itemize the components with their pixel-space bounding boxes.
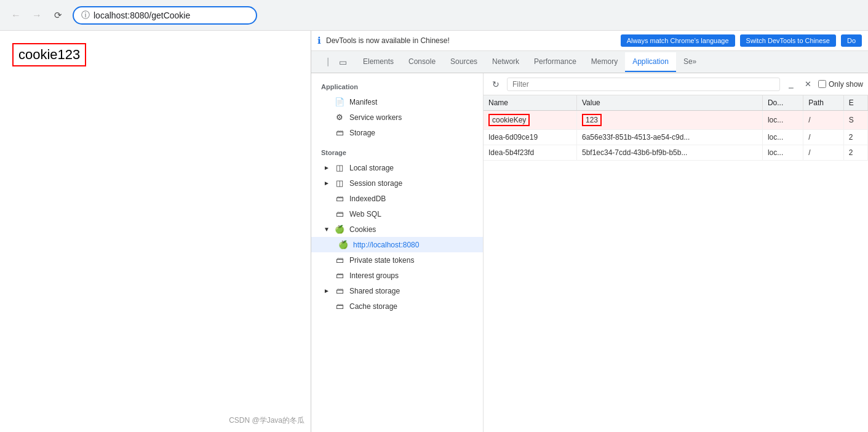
cookie-domain-cell: loc... — [762, 111, 803, 130]
cookie-value-highlighted: 123 — [582, 114, 602, 126]
application-section-title: Application — [311, 79, 483, 94]
sidebar-item-local-storage[interactable]: ► ◫ Local storage — [311, 160, 483, 175]
cookie-value-cell: 123 — [576, 111, 762, 130]
cookie-name-cell: cookieKey — [484, 111, 576, 130]
filter-refresh-button[interactable]: ↻ — [488, 77, 503, 92]
switch-to-chinese-button[interactable]: Switch DevTools to Chinese — [740, 34, 836, 47]
localhost-label: http://localhost:8080 — [353, 241, 419, 249]
storage-app-icon: 🗃 — [335, 128, 344, 137]
page-content: cookie123 CSDN @学Java的冬瓜 — [0, 31, 311, 432]
tab-sources[interactable]: Sources — [443, 52, 485, 72]
sidebar-item-shared-storage[interactable]: ► 🗃 Shared storage — [311, 283, 483, 298]
manifest-icon: 📄 — [335, 97, 344, 106]
sidebar-item-session-storage[interactable]: ► ◫ Session storage — [311, 175, 483, 191]
session-storage-arrow: ► — [324, 180, 330, 186]
col-path: Path — [803, 95, 843, 111]
device-icon-button[interactable]: ▭ — [335, 54, 351, 70]
cookie-expires-cell: 2 — [843, 130, 867, 145]
cookies-arrow: ▼ — [324, 226, 330, 233]
sidebar-item-indexeddb[interactable]: 🗃 IndexedDB — [311, 191, 483, 206]
table-row[interactable]: cookieKey 123 loc... / S — [484, 111, 868, 130]
filter-input[interactable] — [507, 78, 780, 91]
cookie-expires-cell: 2 — [843, 145, 867, 161]
manifest-label: Manifest — [349, 98, 377, 106]
sidebar-item-private-state-tokens[interactable]: 🗃 Private state tokens — [311, 252, 483, 268]
back-button[interactable]: ← — [7, 7, 25, 24]
cookies-label: Cookies — [349, 225, 376, 234]
session-storage-icon: ◫ — [335, 178, 344, 188]
page-area: cookie123 CSDN @学Java的冬瓜 ℹ DevTools is n… — [0, 31, 868, 432]
cache-storage-icon: 🗃 — [335, 302, 344, 311]
cookie-name-cell: Idea-6d09ce19 — [484, 130, 576, 145]
session-storage-label: Session storage — [349, 179, 402, 188]
do-button[interactable]: Do — [841, 34, 862, 47]
filter-options-button[interactable]: ⎯ — [784, 77, 798, 92]
interest-groups-icon: 🗃 — [335, 271, 344, 280]
storage-section-title: Storage — [311, 145, 483, 160]
interest-groups-label: Interest groups — [349, 271, 399, 280]
spacer — [324, 272, 330, 279]
address-bar-container: ⓘ — [73, 6, 257, 25]
devtools-main: ↻ ⎯ ✕ Only show — [484, 73, 868, 432]
tab-network[interactable]: Network — [485, 52, 527, 72]
inspect-icon-button[interactable]: ⎹ — [316, 54, 332, 70]
cookie-text: cookie123 — [12, 43, 86, 66]
table-row[interactable]: Idea-6d09ce19 6a56e33f-851b-4513-ae54-c9… — [484, 130, 868, 145]
sidebar-item-cache-storage[interactable]: 🗃 Cache storage — [311, 298, 483, 314]
devtools-icon-buttons: ⎹ ▭ — [316, 54, 351, 70]
tab-console[interactable]: Console — [401, 52, 443, 72]
col-expires: E — [843, 95, 867, 111]
spacer — [324, 98, 330, 105]
tab-security[interactable]: Se» — [676, 52, 704, 72]
browser-chrome: ← → ⟳ ⓘ — [0, 0, 868, 31]
service-workers-label: Service workers — [349, 113, 402, 122]
spacer — [324, 114, 330, 121]
table-header-row: Name Value Do... Path E — [484, 95, 868, 111]
sidebar-item-interest-groups[interactable]: 🗃 Interest groups — [311, 268, 483, 283]
tab-performance[interactable]: Performance — [527, 52, 584, 72]
spacer — [324, 129, 330, 136]
forward-button[interactable]: → — [28, 7, 46, 24]
match-language-button[interactable]: Always match Chrome's language — [621, 34, 735, 47]
private-state-label: Private state tokens — [349, 256, 414, 265]
sidebar-item-cookies[interactable]: ▼ 🍏 Cookies — [311, 222, 483, 237]
cookie-name-cell: Idea-5b4f23fd — [484, 145, 576, 161]
spacer — [324, 210, 330, 217]
sidebar-item-localhost[interactable]: 🍏 http://localhost:8080 — [311, 237, 483, 252]
localhost-cookies-icon: 🍏 — [338, 240, 348, 249]
shared-storage-icon: 🗃 — [335, 286, 344, 295]
filter-close-button[interactable]: ✕ — [801, 77, 816, 92]
address-bar[interactable] — [94, 10, 229, 20]
tab-application[interactable]: Application — [625, 52, 676, 72]
sidebar-item-service-workers[interactable]: ⚙ Service workers — [311, 110, 483, 125]
filter-bar: ↻ ⎯ ✕ Only show — [484, 73, 868, 95]
reload-button[interactable]: ⟳ — [49, 7, 66, 24]
nav-buttons: ← → ⟳ — [7, 7, 66, 24]
spacer — [324, 257, 330, 263]
cookie-path-cell: / — [803, 111, 843, 130]
notification-text: DevTools is now available in Chinese! — [326, 36, 616, 45]
devtools-tabs: ⎹ ▭ Elements Console Sources Network Per… — [311, 51, 868, 73]
notification-info-icon: ℹ — [317, 35, 321, 46]
web-sql-icon: 🗃 — [335, 209, 344, 218]
filter-icon-group: ⎯ ✕ Only show — [784, 77, 863, 92]
only-show-label: Only show — [818, 80, 863, 89]
cookie-table: Name Value Do... Path E cookieKey — [484, 95, 868, 432]
col-domain: Do... — [762, 95, 803, 111]
sidebar-item-storage-app[interactable]: 🗃 Storage — [311, 125, 483, 140]
sidebar-item-web-sql[interactable]: 🗃 Web SQL — [311, 206, 483, 222]
table-row[interactable]: Idea-5b4f23fd 5bf1ec34-7cdd-43b6-bf9b-b5… — [484, 145, 868, 161]
only-show-checkbox[interactable] — [818, 80, 826, 88]
col-value: Value — [576, 95, 762, 111]
cookie-domain-cell: loc... — [762, 130, 803, 145]
cookie-expires-cell: S — [843, 111, 867, 130]
tab-elements[interactable]: Elements — [356, 52, 401, 72]
cookies-data-table: Name Value Do... Path E cookieKey — [484, 95, 868, 161]
indexeddb-icon: 🗃 — [335, 194, 344, 203]
sidebar-item-manifest[interactable]: 📄 Manifest — [311, 94, 483, 110]
private-state-icon: 🗃 — [335, 255, 344, 265]
col-name: Name — [484, 95, 576, 111]
shared-storage-arrow: ► — [324, 287, 330, 294]
cookie-value-cell: 5bf1ec34-7cdd-43b6-bf9b-b5b... — [576, 145, 762, 161]
tab-memory[interactable]: Memory — [584, 52, 625, 72]
